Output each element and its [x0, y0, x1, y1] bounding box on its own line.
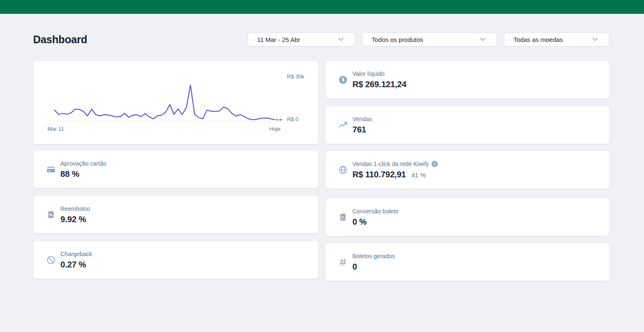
y-axis-min-label: R$ 0 [287, 116, 298, 123]
chevron-down-icon [338, 38, 344, 41]
stat-value: R$ 269.121,24 [352, 79, 407, 90]
stat-card-conversao-boleto: Conversão boleto 0 % [325, 198, 610, 236]
stats-grid: R$ 30k R$ 0 Mar 11 Hoje Aprovação cartão [33, 61, 610, 281]
page-title: Dashboard [33, 34, 248, 46]
credit-card-icon [47, 165, 55, 174]
top-green-bar [0, 0, 644, 14]
stat-card-boletos-gerados: Boletos gerados 0 [325, 243, 610, 281]
stat-sub-value: 41 % [412, 171, 426, 179]
stat-card-aprovacao-cartao: Aprovação cartão 88 % [33, 150, 318, 188]
revenue-line [55, 85, 273, 120]
x-axis-end-label: Hoje [269, 126, 281, 132]
stat-value: 761 [352, 124, 366, 135]
products-value: Todos os produtos [372, 36, 423, 43]
stat-card-reembolso: Reembolso 9.92 % [33, 196, 318, 233]
date-range-value: 11 Mar - 25 Abr [257, 36, 300, 43]
stat-value: 0 [352, 261, 357, 272]
header-row: Dashboard 11 Mar - 25 Abr Todos os produ… [33, 32, 610, 47]
revenue-line-dashed-tail [273, 119, 281, 120]
stat-label: Valor líquido [352, 70, 385, 78]
stat-card-vendas: Vendas 761 [325, 106, 610, 144]
chevron-down-icon [480, 38, 485, 41]
stat-card-vendas-1click: Vendas 1-click da rede Kiwify ? R$ 110.7… [325, 151, 610, 189]
receipt-percent-icon [339, 213, 347, 222]
no-symbol-icon [47, 256, 55, 265]
stat-label: Chargeback [60, 250, 92, 258]
stat-label: Vendas 1-click da rede Kiwify [352, 160, 429, 168]
chevron-down-icon [592, 38, 598, 41]
stat-card-valor-liquido: $ Valor líquido R$ 269.121,24 [325, 61, 610, 99]
date-range-select[interactable]: 11 Mar - 25 Abr [248, 32, 355, 47]
stat-card-chargeback: Chargeback 0.27 % [33, 241, 318, 279]
left-column: R$ 30k R$ 0 Mar 11 Hoje Aprovação cartão [33, 61, 318, 279]
hashtag-icon [339, 258, 347, 267]
stat-value: 9.92 % [60, 214, 86, 225]
right-column: $ Valor líquido R$ 269.121,24 Vendas [325, 61, 610, 281]
svg-text:?: ? [433, 161, 436, 166]
stat-label: Vendas [352, 115, 372, 123]
stat-label: Aprovação cartão [60, 160, 107, 167]
question-mark-icon[interactable]: ? [431, 161, 438, 167]
stat-value: 88 % [60, 169, 79, 179]
stat-value: 0 % [352, 216, 367, 227]
globe-icon [339, 166, 347, 174]
stat-label: Boletos gerados [352, 252, 395, 260]
stat-label: Conversão boleto [352, 208, 399, 215]
stat-value: R$ 110.792,91 [352, 169, 406, 180]
dashboard-page: Dashboard 11 Mar - 25 Abr Todos os produ… [33, 32, 610, 281]
revenue-chart-card: R$ 30k R$ 0 Mar 11 Hoje [33, 61, 318, 144]
revenue-line-end-dot [280, 119, 282, 121]
y-axis-max-label: R$ 30k [287, 73, 304, 80]
products-select[interactable]: Todos os produtos [362, 32, 497, 47]
currencies-value: Todas as moedas [514, 36, 563, 43]
currencies-select[interactable]: Todas as moedas [504, 32, 610, 47]
stat-value: 0.27 % [60, 259, 86, 270]
arrow-trending-up-icon [339, 121, 347, 130]
receipt-refund-icon [47, 210, 55, 219]
x-axis-start-label: Mar 11 [47, 126, 64, 132]
stat-label: Reembolso [60, 205, 90, 213]
svg-text:$: $ [342, 77, 344, 83]
currency-dollar-icon: $ [339, 75, 347, 84]
